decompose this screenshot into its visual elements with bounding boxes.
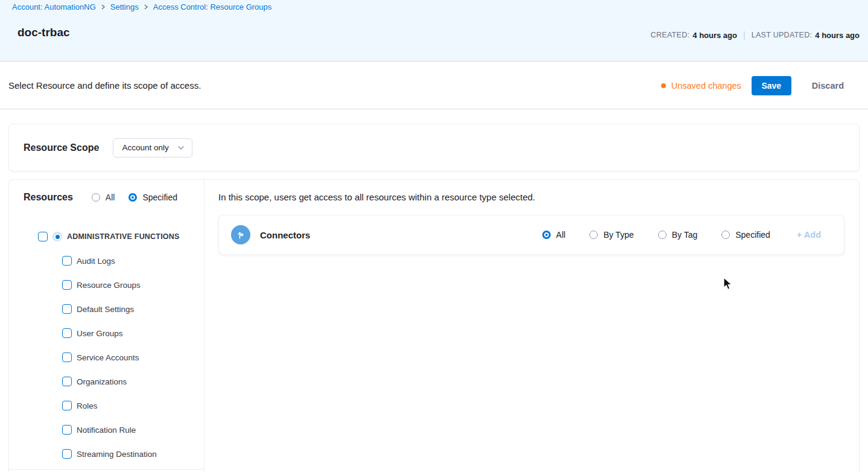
header-meta: CREATED: 4 hours ago | LAST UPDATED: 4 h… xyxy=(651,30,860,40)
chevron-down-icon xyxy=(177,145,185,150)
add-connectors-button[interactable]: + Add xyxy=(797,230,821,240)
breadcrumb-resource-groups-link[interactable]: Access Control: Resource Groups xyxy=(153,2,272,11)
connectors-radio-by-type-label[interactable]: By Type xyxy=(603,230,633,240)
tree-item-label: Default Settings xyxy=(77,305,134,314)
resources-heading: Resources xyxy=(24,192,73,203)
connectors-icon xyxy=(231,225,250,244)
connectors-radio-all-label[interactable]: All xyxy=(556,230,566,240)
meta-separator: | xyxy=(743,30,746,40)
tree-group-label: ADMINISTRATIVE FUNCTIONS xyxy=(67,232,180,241)
last-updated-label: LAST UPDATED: xyxy=(752,31,813,39)
scope-detail-panel: In this scope, users get access to all r… xyxy=(204,180,859,472)
checkbox-icon[interactable] xyxy=(62,449,72,459)
unsaved-changes-label: Unsaved changes xyxy=(671,81,741,91)
checkbox-icon[interactable] xyxy=(62,280,72,290)
page-header: Account: AutomationNG Settings Access Co… xyxy=(0,0,868,62)
unsaved-changes-dot-icon xyxy=(661,83,666,88)
checkbox-icon[interactable] xyxy=(38,232,48,241)
resources-radio-all-label[interactable]: All xyxy=(106,193,115,202)
tree-item-user-groups[interactable]: User Groups xyxy=(9,321,204,345)
resources-tree: ADMINISTRATIVE FUNCTIONS Audit Logs Reso… xyxy=(9,225,204,466)
checkbox-icon[interactable] xyxy=(62,256,72,266)
tree-item-label: Roles xyxy=(77,401,98,410)
connectors-radio-specified-label[interactable]: Specified xyxy=(735,230,770,240)
tree-item-organizations[interactable]: Organizations xyxy=(9,369,204,394)
radio-checked-icon[interactable] xyxy=(128,193,137,202)
connectors-radio-specified[interactable]: Specified xyxy=(721,230,770,240)
save-button[interactable]: Save xyxy=(752,76,791,95)
toolbar: Select Resource and define its scope of … xyxy=(0,62,868,109)
tree-item-audit-logs[interactable]: Audit Logs xyxy=(9,249,204,273)
resources-radio-specified[interactable]: Specified xyxy=(128,193,177,202)
discard-button[interactable]: Discard xyxy=(812,81,844,91)
scope-description-text: In this scope, users get access to all r… xyxy=(218,192,535,202)
tree-item-notification-rule[interactable]: Notification Rule xyxy=(9,418,204,442)
tree-item-label: Service Accounts xyxy=(77,353,139,362)
resource-scope-card: Resource Scope Account only xyxy=(8,124,860,171)
tree-item-resource-groups[interactable]: Resource Groups xyxy=(9,273,204,297)
radio-icon[interactable] xyxy=(721,231,730,239)
tree-item-label: Organizations xyxy=(77,377,127,386)
radio-icon[interactable] xyxy=(92,193,100,202)
tree-item-label: Streaming Destination xyxy=(77,450,157,459)
breadcrumb-account-link[interactable]: Account: AutomationNG xyxy=(12,2,96,11)
created-value: 4 hours ago xyxy=(692,31,737,40)
page-title: doc-trbac xyxy=(17,26,70,39)
resources-body-card: Resources All Specified ADMINISTRATIVE F… xyxy=(8,179,860,472)
radio-icon[interactable] xyxy=(589,231,598,239)
resource-scope-dropdown-value: Account only xyxy=(122,143,168,152)
resources-scope-radio-group: All Specified xyxy=(92,193,177,202)
resources-panel: Resources All Specified ADMINISTRATIVE F… xyxy=(9,180,204,470)
breadcrumb-settings-link[interactable]: Settings xyxy=(110,2,139,11)
tree-item-roles[interactable]: Roles xyxy=(9,394,204,418)
connectors-access-radio-group: All By Type By Tag Specified + Add xyxy=(542,230,821,240)
resources-header: Resources All Specified xyxy=(24,192,204,203)
tree-item-label: Resource Groups xyxy=(77,281,141,290)
resource-scope-heading: Resource Scope xyxy=(24,142,99,153)
admin-functions-badge-icon xyxy=(52,232,62,241)
connectors-radio-all[interactable]: All xyxy=(542,230,566,240)
tree-item-label: User Groups xyxy=(77,329,123,338)
checkbox-icon[interactable] xyxy=(62,377,72,386)
toolbar-description: Select Resource and define its scope of … xyxy=(8,80,201,91)
tree-group-administrative-functions[interactable]: ADMINISTRATIVE FUNCTIONS xyxy=(9,225,204,249)
radio-icon[interactable] xyxy=(658,231,667,239)
connectors-radio-by-type[interactable]: By Type xyxy=(589,230,633,240)
created-label: CREATED: xyxy=(651,31,690,39)
tree-item-service-accounts[interactable]: Service Accounts xyxy=(9,345,204,369)
tree-item-label: Audit Logs xyxy=(77,257,115,266)
connectors-radio-by-tag[interactable]: By Tag xyxy=(658,230,698,240)
tree-item-streaming-destination[interactable]: Streaming Destination xyxy=(9,442,204,466)
connectors-radio-by-tag-label[interactable]: By Tag xyxy=(672,230,698,240)
last-updated-value: 4 hours ago xyxy=(815,31,860,40)
toolbar-actions: Unsaved changes Save Discard xyxy=(661,76,852,95)
connectors-label: Connectors xyxy=(260,230,310,240)
tree-item-label: Notification Rule xyxy=(77,426,136,435)
checkbox-icon[interactable] xyxy=(62,328,72,338)
radio-checked-icon[interactable] xyxy=(542,231,551,239)
connectors-row: Connectors All By Type By Tag Specified xyxy=(218,215,844,255)
checkbox-icon[interactable] xyxy=(62,352,72,362)
chevron-right-icon xyxy=(101,4,106,10)
checkbox-icon[interactable] xyxy=(62,304,72,314)
resource-scope-dropdown[interactable]: Account only xyxy=(113,138,192,158)
chevron-right-icon xyxy=(144,4,148,10)
checkbox-icon[interactable] xyxy=(62,401,72,410)
breadcrumb: Account: AutomationNG Settings Access Co… xyxy=(12,2,271,11)
resources-radio-specified-label[interactable]: Specified xyxy=(142,193,177,202)
tree-item-default-settings[interactable]: Default Settings xyxy=(9,297,204,321)
resources-radio-all[interactable]: All xyxy=(92,193,115,202)
checkbox-icon[interactable] xyxy=(62,425,72,435)
